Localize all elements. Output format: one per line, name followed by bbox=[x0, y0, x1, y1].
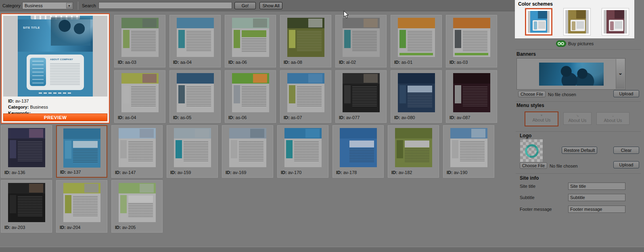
template-card-aa-04[interactable]: ID: aa-04 bbox=[169, 15, 221, 67]
template-card-aa-03[interactable]: ID: aa-03 bbox=[114, 15, 165, 67]
menu-style-label: About Us bbox=[564, 118, 591, 123]
template-id: av-087 bbox=[456, 115, 470, 120]
clear-button[interactable]: Clear bbox=[613, 147, 639, 154]
subtitle-input[interactable] bbox=[568, 194, 625, 201]
template-thumbnail bbox=[8, 128, 45, 167]
menu-style-option-1[interactable]: ▾About Us bbox=[525, 111, 558, 126]
menu-style-option-2[interactable]: ↘About Us bbox=[563, 112, 592, 125]
template-card-av-204[interactable]: ID: av-204 bbox=[56, 180, 107, 233]
template-card-av-169[interactable]: ID: av-169 bbox=[222, 125, 273, 178]
template-card-as-05[interactable]: ID: as-05 bbox=[169, 70, 221, 123]
banner-upload-button[interactable]: Upload bbox=[613, 90, 639, 97]
template-mock-heading: ABOUT COMPANY bbox=[50, 58, 73, 61]
template-card-av-077[interactable]: ID: av-077 bbox=[335, 70, 387, 123]
template-id-line: ID: as-05 bbox=[173, 115, 191, 120]
selected-template-preview-image: SITE TITLE ABOUT COMPANY bbox=[3, 16, 107, 97]
template-id-line: ID: av-087 bbox=[450, 115, 470, 120]
category-dropdown[interactable]: Business ▼ bbox=[22, 2, 73, 9]
mouse-cursor-icon bbox=[343, 10, 349, 19]
template-id-line: ID: av-170 bbox=[281, 170, 301, 175]
banner-dropdown-chevron-icon[interactable]: ⌄ bbox=[616, 59, 625, 89]
template-id: av-077 bbox=[345, 115, 360, 120]
template-card-av-080[interactable]: ID: av-080 bbox=[391, 70, 442, 123]
template-id: as-04 bbox=[124, 115, 136, 120]
template-thumbnail bbox=[232, 73, 269, 112]
template-card-aa-08[interactable]: ID: aa-08 bbox=[280, 15, 331, 67]
template-id: av-080 bbox=[400, 115, 415, 120]
template-id-line: ID: av-190 bbox=[447, 170, 467, 175]
template-id: aa-06 bbox=[234, 60, 247, 65]
template-card-av-136[interactable]: ID: av-136 bbox=[1, 125, 52, 178]
site-title-input[interactable] bbox=[568, 183, 625, 190]
site-title-label: Site title bbox=[520, 184, 535, 189]
menu-style-glyph-icon: ⌄ bbox=[597, 114, 629, 118]
template-id: as-07 bbox=[290, 115, 302, 120]
template-thumbnail bbox=[121, 73, 159, 112]
menu-style-label: About Us bbox=[525, 118, 558, 123]
template-id-line: ID: al-02 bbox=[339, 60, 356, 65]
template-card-al-02[interactable]: ID: al-02 bbox=[335, 15, 387, 67]
template-thumbnail bbox=[8, 183, 45, 222]
template-thumbnail bbox=[177, 18, 214, 57]
template-thumbnail bbox=[232, 18, 269, 57]
template-card-av-147[interactable]: ID: av-147 bbox=[111, 125, 163, 178]
template-card-as-03[interactable]: ID: as-03 bbox=[446, 15, 497, 67]
menu-style-label: About Us bbox=[597, 118, 629, 123]
menu-style-glyph-icon: ▾ bbox=[525, 113, 558, 118]
template-card-as-01[interactable]: ID: as-01 bbox=[391, 15, 442, 67]
template-card-av-159[interactable]: ID: av-159 bbox=[167, 125, 218, 178]
template-thumbnail bbox=[63, 183, 100, 222]
template-id: al-02 bbox=[345, 60, 356, 65]
template-id: av-159 bbox=[176, 170, 191, 175]
template-id: av-190 bbox=[453, 170, 468, 175]
template-thumbnail bbox=[63, 128, 100, 168]
template-card-av-190[interactable]: ID: av-190 bbox=[443, 125, 494, 178]
logo-upload-button[interactable]: Upload bbox=[613, 161, 639, 168]
template-card-av-205[interactable]: ID: av-205 bbox=[111, 180, 163, 233]
color-scheme-maroon[interactable] bbox=[602, 8, 629, 36]
banner-choose-file-button[interactable]: Choose File bbox=[518, 91, 546, 97]
template-card-av-182[interactable]: ID: av-182 bbox=[388, 125, 439, 178]
template-card-av-170[interactable]: ID: av-170 bbox=[277, 125, 328, 178]
section-divider bbox=[516, 131, 641, 132]
preview-button[interactable]: PREVIEW bbox=[3, 113, 107, 121]
template-card-av-203[interactable]: ID: av-203 bbox=[1, 180, 52, 233]
template-card-as-07[interactable]: ID: as-07 bbox=[280, 70, 331, 123]
logo-preview bbox=[520, 139, 543, 162]
template-id-line: ID: aa-08 bbox=[284, 60, 302, 65]
go-button[interactable]: Go! bbox=[234, 2, 256, 9]
menu-style-glyph-icon: ↘ bbox=[564, 114, 591, 118]
template-chooser-app: Category Business ▼ Search Go! Show All … bbox=[0, 0, 644, 252]
template-thumbnail bbox=[343, 73, 380, 112]
template-card-av-137[interactable]: ID: av-137 bbox=[56, 125, 107, 178]
template-card-as-04[interactable]: ID: as-04 bbox=[114, 70, 165, 123]
footer-message-input[interactable] bbox=[568, 206, 625, 213]
banner-select[interactable]: ⌄ bbox=[516, 58, 625, 90]
template-card-aa-06[interactable]: ID: aa-06 bbox=[225, 15, 276, 67]
restore-default-button[interactable]: Restore Default bbox=[562, 147, 597, 154]
menu-style-option-3[interactable]: ⌄About Us bbox=[596, 112, 629, 125]
logo-choose-file-button[interactable]: Choose File bbox=[520, 162, 547, 169]
color-schemes-title: Color schemes bbox=[518, 1, 553, 7]
banner-no-file-text: No file chosen bbox=[548, 92, 576, 97]
template-id-line: ID: av-205 bbox=[115, 225, 136, 230]
template-id-line: ID: as-04 bbox=[118, 115, 136, 120]
combo-arrow-icon[interactable]: ▼ bbox=[66, 3, 72, 8]
template-id: as-03 bbox=[456, 60, 468, 65]
template-id-line: ID: aa-06 bbox=[228, 60, 247, 65]
color-scheme-blue[interactable] bbox=[525, 8, 552, 36]
template-thumbnail bbox=[284, 128, 322, 167]
search-input[interactable] bbox=[98, 2, 232, 9]
template-id-line: ID: as-07 bbox=[284, 115, 302, 120]
template-id-line: ID: av-077 bbox=[339, 115, 360, 120]
template-id-line: ID: av-204 bbox=[60, 225, 80, 230]
template-id: aa-08 bbox=[290, 60, 302, 65]
template-thumbnail bbox=[177, 73, 214, 112]
show-all-button[interactable]: Show All bbox=[259, 2, 282, 9]
buy-pictures-toggle-icon[interactable] bbox=[556, 40, 566, 47]
selected-template-card[interactable]: SITE TITLE ABOUT COMPANY ID: av-137 Cate… bbox=[1, 13, 110, 124]
color-scheme-olive[interactable] bbox=[563, 8, 591, 36]
template-card-av-087[interactable]: ID: av-087 bbox=[446, 70, 497, 123]
template-card-as-06[interactable]: ID: as-06 bbox=[225, 70, 276, 123]
template-card-av-178[interactable]: ID: av-178 bbox=[332, 125, 384, 178]
